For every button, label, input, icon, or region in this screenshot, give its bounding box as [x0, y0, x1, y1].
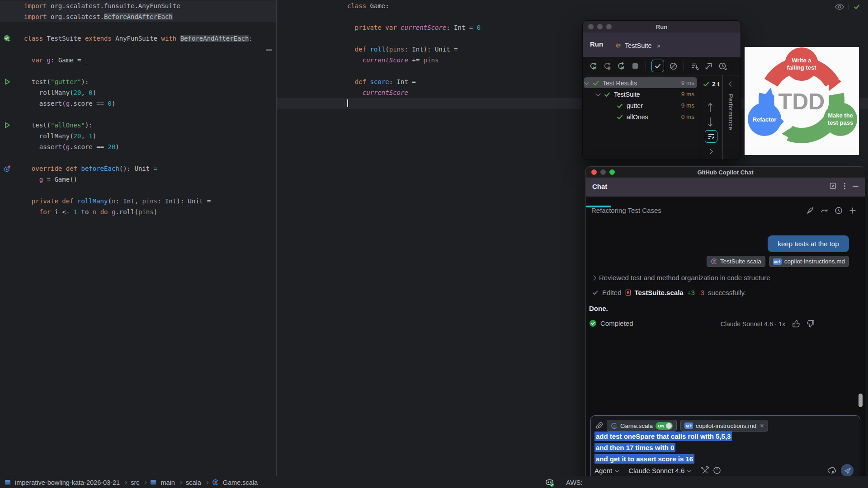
sort-tests-button[interactable] — [689, 61, 699, 71]
hide-panel-icon[interactable] — [853, 186, 859, 187]
chat-input-box[interactable]: Game.scalaONMcopilot-instructions.md× ad… — [590, 415, 860, 482]
code-line[interactable]: rollMany(20, 0) — [0, 87, 276, 98]
code-line[interactable] — [0, 185, 276, 196]
copilot-status-icon[interactable] — [545, 478, 554, 487]
code-line[interactable] — [0, 44, 276, 55]
context-chip[interactable]: Game.scalaON — [607, 420, 677, 432]
test-tree-row[interactable]: allOnes0 ms — [583, 111, 700, 122]
test-history-button[interactable] — [717, 61, 727, 71]
model-usage-label: Claude Sonnet 4.6 · 1x — [721, 320, 785, 328]
rerun-button[interactable] — [588, 61, 598, 71]
breadcrumb-project[interactable]: imperative-bowling-kata-2026-03-21 — [15, 479, 120, 486]
breadcrumb-main[interactable]: main — [160, 479, 175, 486]
run-test-gutter-icon[interactable] — [4, 122, 11, 129]
breadcrumb-file[interactable]: Game.scala — [223, 479, 258, 486]
show-passed-button[interactable] — [651, 60, 664, 72]
edited-file-name[interactable]: TestSuite.scala — [635, 289, 684, 296]
chat-window-titlebar[interactable]: GitHub Copilot Chat — [586, 167, 865, 178]
code-line[interactable] — [0, 22, 276, 33]
code-line[interactable]: class Game: — [277, 0, 868, 11]
test-duration: 9 ms — [681, 80, 694, 86]
tools-icon[interactable] — [701, 466, 709, 475]
aws-status-label[interactable]: AWS: — [566, 479, 583, 486]
code-line[interactable]: var g: Game = _ — [0, 55, 276, 66]
test-results-tree: Test Results9 msTestSuite9 msgutter9 msa… — [583, 75, 700, 160]
edit-title-icon[interactable] — [806, 206, 814, 215]
code-line[interactable]: class TestSuite extends AnyFunSuite with… — [0, 33, 276, 44]
chat-scrollbar[interactable] — [859, 394, 863, 407]
edited-step-row[interactable]: Edited TestSuite.scala +3 -3 successfull… — [592, 289, 746, 296]
code-line[interactable]: g = Game() — [0, 174, 276, 185]
code-line[interactable]: override def beforeEach(): Unit = — [0, 163, 276, 174]
user-message-bubble: keep tests at the top — [768, 235, 849, 252]
test-tree-row[interactable]: gutter9 ms — [583, 100, 700, 111]
attachment-label: TestSuite.scala — [720, 258, 761, 265]
code-line[interactable]: import org.scalatest.BeforeAndAfterEach — [0, 11, 276, 22]
cloud-send-icon[interactable] — [827, 466, 837, 475]
dock-window-icon[interactable] — [829, 182, 837, 190]
collapse-performance-icon[interactable] — [729, 81, 734, 86]
code-line[interactable]: test("allOnes"): — [0, 120, 276, 131]
more-options-icon[interactable] — [844, 183, 845, 189]
code-line[interactable]: rollMany(20, 1) — [0, 131, 276, 141]
test-tree-row[interactable]: Test Results9 ms — [583, 77, 700, 89]
model-dropdown[interactable]: Claude Sonnet 4.6 — [628, 467, 691, 474]
next-test-button[interactable] — [707, 117, 714, 127]
soft-wrap-button[interactable] — [705, 130, 717, 143]
code-line[interactable]: private def rollMany(n: Int, pins: Int):… — [0, 196, 276, 206]
completed-check-icon — [589, 319, 597, 327]
expand-rail-icon[interactable] — [708, 149, 712, 154]
run-class-gutter-icon[interactable] — [4, 35, 11, 42]
tab-chat[interactable]: Chat — [592, 183, 607, 190]
rerun-failed-button[interactable] — [602, 61, 612, 71]
code-line[interactable]: private var currentScore: Int = 0 — [277, 22, 868, 33]
send-button[interactable] — [841, 464, 854, 477]
override-marker-gutter-icon[interactable] — [4, 165, 11, 172]
expand-node-icon[interactable] — [595, 91, 600, 96]
code-line[interactable] — [0, 152, 276, 163]
tdd-diagram-image: Write a failing test Make the test pass … — [745, 47, 859, 155]
code-line[interactable]: assert(g.score == 0) — [0, 98, 276, 109]
reviewed-step-row[interactable]: Reviewed test and method organization in… — [592, 274, 770, 282]
previous-test-button[interactable] — [707, 102, 714, 113]
history-icon[interactable] — [835, 206, 843, 215]
code-line[interactable] — [0, 66, 276, 76]
code-line[interactable] — [0, 109, 276, 120]
redo-icon[interactable] — [820, 207, 829, 214]
show-ignored-button[interactable] — [668, 61, 678, 71]
code-line[interactable]: for i <- 1 to n do g.roll(pins) — [0, 206, 276, 217]
stop-button[interactable] — [630, 61, 640, 71]
remove-chip-icon[interactable]: × — [760, 422, 764, 429]
attachment-chip[interactable]: TestSuite.scala — [707, 256, 765, 267]
code-line[interactable]: assert(g.score == 20) — [0, 141, 276, 152]
close-tab-icon[interactable]: × — [657, 42, 661, 50]
code-line[interactable] — [277, 33, 868, 44]
code-line[interactable]: import org.scalatest.funsuite.AnyFunSuit… — [0, 0, 276, 11]
code-line[interactable]: test("gutter"): — [0, 76, 276, 87]
mode-dropdown[interactable]: Agent — [594, 467, 618, 474]
attachment-chip[interactable]: Mcopilot-instructions.md — [769, 256, 849, 267]
code-line[interactable] — [277, 11, 868, 22]
context-on-toggle[interactable]: ON — [656, 422, 673, 430]
performance-tab[interactable]: Performance — [727, 94, 734, 130]
breadcrumb-src[interactable]: src — [131, 479, 139, 486]
svg-text:M: M — [686, 424, 689, 428]
thumbs-up-icon[interactable] — [792, 319, 800, 328]
toggle-auto-test-button[interactable] — [616, 61, 626, 71]
thumbs-down-icon[interactable] — [807, 319, 815, 328]
usage-gauge-icon[interactable] — [713, 466, 721, 474]
expand-step-icon[interactable] — [591, 275, 596, 280]
import-results-button[interactable] — [703, 61, 713, 71]
run-window-titlebar[interactable]: Run — [583, 21, 741, 33]
editor-pane-testsuite[interactable]: import org.scalatest.funsuite.AnyFunSuit… — [0, 0, 276, 476]
run-test-gutter-icon[interactable] — [4, 78, 11, 85]
tab-testsuite[interactable]: TestSuite × — [612, 36, 681, 55]
breadcrumb-scala[interactable]: scala — [186, 479, 201, 486]
chat-input-editor[interactable]: add test oneSpare that calls roll with 5… — [594, 432, 732, 466]
test-tree-row[interactable]: TestSuite9 ms — [583, 89, 700, 100]
step-check-icon — [592, 289, 599, 296]
attach-file-icon[interactable] — [595, 422, 603, 430]
context-chip[interactable]: Mcopilot-instructions.md× — [680, 420, 768, 432]
new-chat-icon[interactable] — [849, 206, 857, 215]
test-duration: 9 ms — [681, 102, 694, 109]
